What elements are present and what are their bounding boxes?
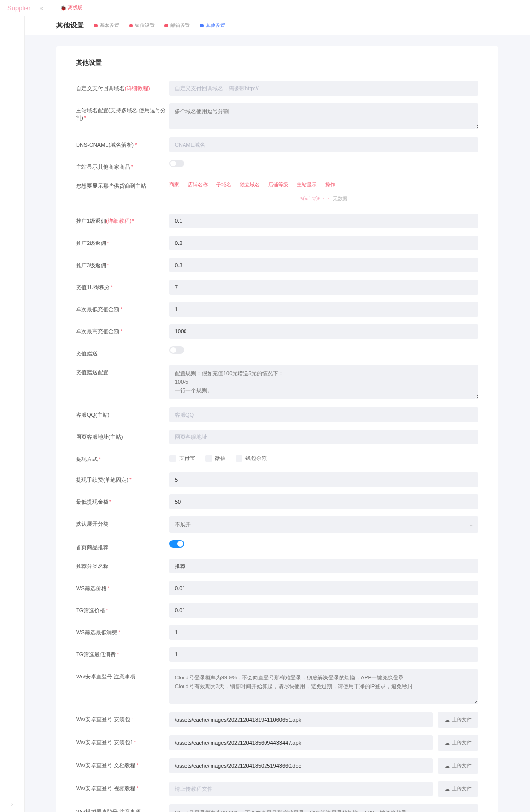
input-recharge-gift-config[interactable] (169, 365, 478, 399)
tab-other[interactable]: 其他设置 (200, 22, 225, 29)
label-ws-android-doc: Ws/安卓直登号 文档教程* (76, 758, 169, 769)
input-max-recharge[interactable] (169, 324, 478, 339)
upload-btn-pkg1[interactable]: ☁上传文件 (438, 735, 478, 751)
input-dns-cname[interactable] (169, 137, 478, 152)
check-alipay[interactable]: 支付宝 (169, 455, 195, 462)
input-promo2[interactable] (169, 236, 478, 250)
select-default-expand[interactable]: 不展开⌄ (169, 516, 478, 533)
supplier-table-head: 商家店铺名称子域名独立域名店铺等级主站显示操作 (169, 178, 478, 191)
label-recharge-points: 充值1U得积分* (76, 280, 169, 291)
check-wallet[interactable]: 钱包余额 (236, 455, 267, 462)
label-tg-filter-price: TG筛选价格* (76, 603, 169, 614)
label-promo3: 推广3级返佣* (76, 258, 169, 269)
switch-recharge-gift[interactable] (169, 346, 184, 354)
label-promo2: 推广2级返佣* (76, 236, 169, 247)
section-title: 其他设置 (76, 58, 478, 67)
label-qq: 客服QQ(主站) (76, 407, 169, 419)
page-title: 其他设置 (56, 21, 84, 30)
input-ws-android-pkg[interactable] (169, 712, 433, 727)
collapse-icon[interactable]: « (40, 4, 43, 12)
label-ws-android-pkg: Ws/安卓直登号 安装包* (76, 712, 169, 723)
label-show-merchants: 主站显示其他商家商品* (76, 160, 169, 171)
upload-btn-video[interactable]: ☁上传文件 (438, 781, 478, 797)
sidebar-expand-icon[interactable]: › (11, 801, 13, 807)
input-ws-android-doc[interactable] (169, 758, 433, 773)
cloud-upload-icon: ☁ (445, 740, 450, 746)
label-ws-sim-notes: Ws/模拟器直登号 注意事项 (76, 804, 169, 812)
tab-email[interactable]: 邮箱设置 (164, 22, 190, 29)
label-recommend-name: 推荐分类名称 (76, 559, 169, 570)
upload-btn-doc[interactable]: ☁上传文件 (438, 758, 478, 774)
offline-badge: 🐞 离线版 (60, 4, 82, 11)
label-withdraw-method: 提现方式* (76, 452, 169, 463)
input-withdraw-fee[interactable] (169, 472, 478, 487)
input-ws-android-notes[interactable] (169, 669, 478, 704)
bug-icon: 🐞 (60, 5, 66, 11)
input-tg-min-spend[interactable] (169, 647, 478, 662)
chevron-down-icon: ⌄ (469, 522, 473, 527)
input-ws-android-pkg1[interactable] (169, 735, 433, 750)
label-default-expand: 默认展开分类 (76, 516, 169, 528)
input-min-recharge[interactable] (169, 302, 478, 317)
input-custom-domain[interactable] (169, 81, 478, 96)
cloud-upload-icon: ☁ (445, 763, 450, 769)
link-promo-tutorial[interactable]: (详细教程) (106, 218, 131, 224)
label-ws-android-pkg1: Ws/安卓直登号 安装包1* (76, 735, 169, 746)
label-ws-android-notes: Ws/安卓直登号 注意事项 (76, 669, 169, 680)
check-wechat[interactable]: 微信 (205, 455, 226, 462)
label-promo1: 推广1级返佣(详细教程)* (76, 214, 169, 225)
input-promo1[interactable] (169, 214, 478, 228)
label-ws-android-video: Ws/安卓直登号 视频教程* (76, 781, 169, 792)
input-ws-android-video[interactable] (169, 782, 433, 796)
label-ws-min-spend: WS筛选最低消费* (76, 625, 169, 636)
label-min-withdraw: 最低提现金额* (76, 494, 169, 506)
label-dns-cname: DNS-CNAME(域名解析)* (76, 137, 169, 149)
input-min-withdraw[interactable] (169, 494, 478, 509)
label-recharge-gift: 充值赠送 (76, 346, 169, 357)
label-main-domain: 主站域名配置(支持多域名,使用逗号分割)* (76, 103, 169, 122)
input-ws-sim-notes[interactable] (169, 804, 478, 812)
settings-card: 其他设置 自定义支付回调域名(详细教程) 主站域名配置(支持多域名,使用逗号分割… (56, 46, 498, 812)
label-max-recharge: 单次最高充值金额* (76, 324, 169, 335)
switch-home-recommend[interactable] (169, 540, 184, 548)
input-recharge-points[interactable] (169, 280, 478, 295)
label-withdraw-fee: 提现手续费(单笔固定)* (76, 472, 169, 484)
cloud-upload-icon: ☁ (445, 786, 450, 792)
label-web-service: 网页客服地址(主站) (76, 430, 169, 441)
input-web-service[interactable] (169, 430, 478, 444)
input-promo3[interactable] (169, 258, 478, 272)
label-min-recharge: 单次最低充值金额* (76, 302, 169, 313)
input-ws-filter-price[interactable] (169, 581, 478, 595)
upload-btn-pkg[interactable]: ☁上传文件 (438, 712, 478, 728)
page-header: 其他设置 基本设置 短信设置 邮箱设置 其他设置 (25, 16, 530, 35)
brand-logo: Supplier (7, 4, 31, 12)
topbar: Supplier « 🐞 离线版 (0, 0, 530, 16)
label-show-suppliers: 您想要显示那些供货商到主站 (76, 178, 169, 189)
tab-sms[interactable]: 短信设置 (129, 22, 155, 29)
input-tg-filter-price[interactable] (169, 603, 478, 618)
label-recharge-gift-config: 充值赠送配置 (76, 365, 169, 376)
cloud-upload-icon: ☁ (445, 717, 450, 723)
label-tg-min-spend: TG筛选最低消费* (76, 647, 169, 658)
tab-basic[interactable]: 基本设置 (94, 22, 119, 29)
supplier-table-empty: ٩(๑ ` ▽)۶ ・・ 无数据 (169, 191, 478, 206)
input-qq[interactable] (169, 407, 478, 422)
label-home-recommend: 首页商品推荐 (76, 540, 169, 551)
input-recommend-name[interactable] (169, 559, 478, 573)
link-tutorial[interactable]: (详细教程) (125, 85, 150, 91)
label-custom-domain: 自定义支付回调域名(详细教程) (76, 81, 169, 92)
sidebar: › (0, 16, 25, 812)
input-main-domain[interactable] (169, 103, 478, 129)
label-ws-filter-price: WS筛选价格* (76, 581, 169, 592)
input-ws-min-spend[interactable] (169, 625, 478, 640)
switch-show-merchants[interactable] (169, 160, 184, 167)
